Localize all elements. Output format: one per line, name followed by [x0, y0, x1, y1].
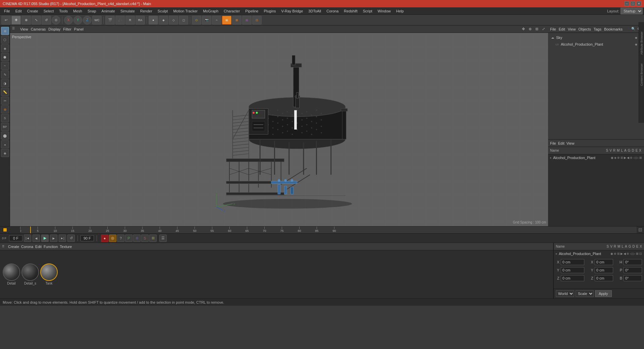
tool-polypen[interactable]: ⬡: [1, 36, 9, 44]
menu-help[interactable]: Help: [393, 8, 407, 14]
all-keys-btn[interactable]: ⊞: [149, 235, 157, 242]
deformer-obj[interactable]: ⊠: [232, 16, 241, 24]
mat-tab-create[interactable]: Create: [8, 245, 19, 249]
menu-edit[interactable]: Edit: [13, 8, 24, 14]
transport-settings-btn[interactable]: ☰: [159, 235, 167, 242]
scale-tool[interactable]: ⤡: [32, 16, 41, 24]
menu-3dtoall[interactable]: 3DToAll: [306, 8, 324, 14]
camera-obj[interactable]: 📷: [202, 16, 211, 24]
world-dropdown[interactable]: World: [556, 290, 574, 297]
b-input[interactable]: [624, 275, 642, 281]
menu-plugins[interactable]: Plugins: [261, 8, 278, 14]
transport-play-forward[interactable]: ▶: [41, 235, 49, 242]
tool-polygon[interactable]: ⬢: [1, 53, 9, 61]
position-key-btn[interactable]: P: [125, 235, 132, 242]
tool-texture[interactable]: S: [1, 114, 9, 122]
attr-obj-name-row[interactable]: ▸ Alcohol_Production_Plant ◉ ⊕ ⊞ ▶ ◀ ⊛ ◁…: [554, 250, 644, 257]
close-button[interactable]: ✕: [637, 1, 641, 6]
p-input[interactable]: [624, 267, 642, 273]
edge-mode[interactable]: ◻: [179, 16, 188, 24]
tool-bp[interactable]: BP: [1, 123, 9, 131]
question-btn[interactable]: ?: [117, 235, 124, 242]
tool-sculpt3[interactable]: ◈: [1, 149, 9, 157]
menu-snap[interactable]: Snap: [85, 8, 99, 14]
viewport-dots-icon[interactable]: ⠿: [12, 27, 17, 32]
menu-motion-tracker[interactable]: Motion Tracker: [170, 8, 200, 14]
menu-animate[interactable]: Animate: [99, 8, 118, 14]
menu-simulate[interactable]: Simulate: [118, 8, 138, 14]
ar-i8[interactable]: ▷: [633, 252, 635, 255]
obj-tab-objects[interactable]: Objects: [578, 27, 591, 31]
timeline-end-handle[interactable]: [639, 228, 642, 232]
menu-select[interactable]: Select: [41, 8, 57, 14]
menu-mograph[interactable]: MoGraph: [200, 8, 221, 14]
timeline-start-marker[interactable]: [3, 228, 7, 232]
mat-tab-function[interactable]: Function: [44, 245, 58, 249]
ar-i5[interactable]: ◀: [624, 252, 626, 255]
attr-icon-1[interactable]: ◉: [611, 156, 613, 159]
attribute-browser-tab[interactable]: Attribute Browser: [639, 29, 644, 57]
viewport-menu-display[interactable]: Display: [48, 27, 60, 31]
tool-arc[interactable]: ◑: [1, 79, 9, 87]
menu-vray[interactable]: V-Ray Bridge: [279, 8, 306, 14]
attr-obj-row[interactable]: ▸ Alcohol_Production_Plant ◉ ◈ ⊕ ⊞ ▶ ◀ ⊛…: [548, 154, 644, 161]
z-input[interactable]: [561, 275, 584, 281]
polygon-mode[interactable]: ◇: [169, 16, 178, 24]
obj-sky-vis[interactable]: ◉: [634, 36, 638, 40]
attr-icon-10[interactable]: ⊠: [639, 156, 642, 159]
scene-obj[interactable]: ⊞: [242, 16, 252, 24]
transport-play-reverse[interactable]: ↺: [67, 235, 75, 242]
tool-move[interactable]: ⊕: [1, 27, 9, 35]
viewport-maximize-icon[interactable]: ⤢: [541, 27, 546, 32]
viewport-lock-icon[interactable]: ⊕: [527, 27, 533, 32]
ar-i10[interactable]: ⊡: [639, 252, 642, 255]
ar-i6[interactable]: ⊛: [627, 252, 629, 255]
attr-icon-2[interactable]: ◈: [614, 156, 616, 159]
menu-redshift[interactable]: Redshift: [341, 8, 360, 14]
obj-tab-edit[interactable]: Edit: [559, 27, 565, 31]
mat-dots-icon[interactable]: ⠿: [2, 245, 6, 249]
maximize-button[interactable]: □: [631, 1, 635, 6]
viewport-menu-panel[interactable]: Panel: [74, 27, 84, 31]
render-viewport[interactable]: R: [125, 16, 135, 24]
ar-i1[interactable]: ◉: [610, 252, 613, 255]
menu-mesh[interactable]: Mesh: [70, 8, 85, 14]
z2-input[interactable]: [595, 275, 613, 281]
menu-create[interactable]: Create: [24, 8, 41, 14]
mat-tab-edit[interactable]: Edit: [35, 245, 42, 249]
layout-selector[interactable]: Layout: Startup: [607, 8, 643, 14]
minimize-button[interactable]: ─: [625, 1, 629, 6]
attr-icon-7[interactable]: ⊛: [630, 156, 633, 159]
render-active[interactable]: RA: [136, 16, 145, 24]
attr-icon-8[interactable]: ◁: [633, 156, 636, 159]
apply-button[interactable]: Apply: [595, 290, 612, 297]
mat-tab-corona[interactable]: Corona: [21, 245, 33, 249]
ar-i9[interactable]: ⊠: [636, 252, 639, 255]
nurbs-obj[interactable]: ⊞: [222, 16, 231, 24]
light-obj[interactable]: ○: [192, 16, 201, 24]
menu-sculpt[interactable]: Sculpt: [155, 8, 171, 14]
scale-key-btn[interactable]: S: [141, 235, 149, 242]
tool-pen[interactable]: ✎: [1, 70, 9, 79]
attr-icon-9[interactable]: ▷: [636, 156, 639, 159]
obj-item-sky[interactable]: ☁ Sky ◉: [548, 34, 644, 41]
menu-window[interactable]: Window: [375, 8, 393, 14]
content-browser-tab[interactable]: Content Browser: [639, 61, 644, 89]
render-settings[interactable]: 🎥: [115, 16, 125, 24]
viewport-3d[interactable]: X Y Z Perspective Grid Spacing : 100 cm: [10, 33, 548, 226]
mat-tank[interactable]: Tank: [40, 263, 58, 285]
undo-button[interactable]: ↩: [1, 16, 11, 24]
y-input[interactable]: [561, 267, 584, 273]
y2-input[interactable]: [595, 267, 613, 273]
render-preview[interactable]: 🎬: [105, 16, 115, 24]
spline-obj[interactable]: ~: [212, 16, 221, 24]
transport-step-back[interactable]: ◄: [33, 235, 40, 242]
x2-input[interactable]: [595, 259, 613, 265]
tool-paint[interactable]: ◈: [1, 44, 9, 52]
obj-tab-tags[interactable]: Tags: [594, 27, 601, 31]
tool-magnet[interactable]: ⊛: [1, 105, 9, 113]
menu-corona[interactable]: Corona: [324, 8, 341, 14]
generator-obj[interactable]: ⊡: [252, 16, 262, 24]
mesh-mode[interactable]: ◈: [159, 16, 168, 24]
obj-item-alcohol-plant[interactable]: L0 Alcohol_Production_Plant ◉: [548, 41, 644, 48]
